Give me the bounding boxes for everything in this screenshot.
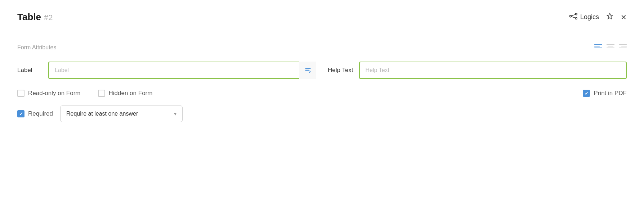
label-input[interactable]: [48, 62, 316, 79]
svg-point-1: [575, 13, 577, 15]
logics-label: Logics: [580, 13, 599, 21]
svg-line-3: [571, 14, 576, 16]
svg-point-2: [575, 18, 577, 19]
required-row: Required Require at least one answer ▾: [17, 106, 627, 122]
print-in-pdf-label: Print in PDF: [594, 90, 627, 97]
pin-button[interactable]: [606, 13, 613, 22]
hidden-on-form-label: Hidden on Form: [109, 90, 153, 97]
header-title: Table #2: [17, 12, 53, 23]
logics-network-icon: [569, 13, 577, 21]
print-in-pdf-checkbox-item[interactable]: Print in PDF: [583, 90, 627, 97]
close-button[interactable]: ✕: [621, 13, 627, 22]
align-left-icon[interactable]: [594, 43, 602, 51]
help-text-label: Help Text: [328, 67, 353, 74]
read-only-checkbox-item[interactable]: Read-only on Form: [17, 90, 81, 97]
section-title: Form Attributes: [17, 44, 56, 51]
checkboxes-row: Read-only on Form Hidden on Form Print i…: [17, 90, 627, 97]
page-subtitle: #2: [44, 13, 53, 22]
header-actions: Logics ✕: [569, 13, 627, 22]
label-field-group: Label: [17, 62, 316, 79]
help-text-field-group: Help Text: [328, 62, 627, 79]
required-checkbox-item[interactable]: Required: [17, 110, 53, 117]
label-field-label: Label: [17, 67, 43, 74]
hidden-on-form-checkbox-item[interactable]: Hidden on Form: [98, 90, 153, 97]
hidden-on-form-checkbox[interactable]: [98, 90, 105, 97]
logics-button[interactable]: Logics: [569, 13, 599, 21]
required-checkbox[interactable]: [17, 110, 24, 117]
alignment-icons: [594, 43, 627, 51]
required-label: Required: [28, 110, 53, 117]
svg-rect-14: [305, 68, 310, 69]
section-header: Form Attributes: [17, 43, 627, 51]
panel: Table #2 Logics: [0, 0, 644, 215]
chevron-down-icon: ▾: [174, 111, 176, 117]
label-input-icon-button[interactable]: [299, 62, 316, 79]
label-help-row: Label Help Text: [17, 62, 627, 79]
align-right-icon[interactable]: [619, 43, 627, 51]
required-dropdown[interactable]: Require at least one answer ▾: [60, 106, 183, 122]
svg-rect-15: [305, 70, 309, 71]
align-center-icon[interactable]: [607, 43, 614, 51]
svg-point-0: [569, 15, 571, 17]
read-only-checkbox[interactable]: [17, 90, 24, 97]
label-input-wrapper: [48, 62, 316, 79]
read-only-label: Read-only on Form: [28, 90, 81, 97]
header: Table #2 Logics: [17, 12, 627, 30]
help-text-input[interactable]: [359, 62, 627, 79]
required-dropdown-value: Require at least one answer: [66, 111, 170, 117]
svg-line-4: [571, 17, 576, 18]
print-in-pdf-checkbox[interactable]: [583, 90, 590, 97]
page-title: Table: [17, 12, 41, 23]
